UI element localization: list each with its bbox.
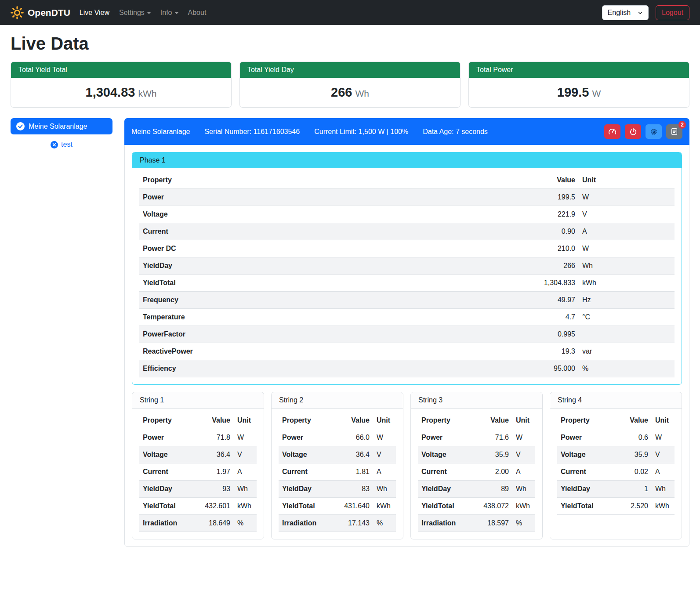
string-table-body: Property Value Unit Power [132,409,264,539]
summary-card-total-yield-day: Total Yield Day 266Wh [239,62,461,108]
column-header-property: Property [139,172,522,189]
value-cell: 221.9 [522,206,579,223]
value-cell: 266 [522,257,579,275]
property-cell: Temperature [139,309,522,326]
unit-cell: var [579,343,675,360]
summary-card-title: Total Yield Day [240,62,460,78]
column-header-value: Value [338,412,373,429]
caret-down-icon [175,12,178,14]
string-title: String 1 [132,392,264,409]
unit-cell: kWh [234,498,257,515]
table-header-row: Property Value Unit [279,412,396,429]
nav-item-settings[interactable]: Settings [114,5,156,20]
table-row: YieldTotal 2.520 kWh [557,498,675,515]
navbar-right: English Logout [602,5,689,20]
event-log-button[interactable]: 2 [666,124,682,139]
phase-card: Phase 1 Property Value Unit [132,152,682,385]
value-cell: 17.143 [338,515,373,532]
inverter-limit: Current Limit: 1,500 W | 100% [314,128,408,136]
summary-card-body: 266Wh [240,78,460,107]
table-header-row: Property Value Unit [557,412,675,429]
column-header-unit: Unit [579,172,675,189]
value-cell: 1 [617,481,652,498]
nav-item-about[interactable]: About [183,5,211,20]
language-select-value: English [608,9,631,17]
property-cell: YieldTotal [418,498,477,515]
column-header-unit: Unit [373,412,396,429]
value-cell: 83 [338,481,373,498]
table-row: YieldDay 266 Wh [139,257,675,275]
unit-cell: A [234,463,257,481]
table-header-row: Property Value Unit [139,172,675,189]
table-row: Power 71.8 W [139,429,257,446]
unit-cell: W [234,429,257,446]
unit-cell: A [652,463,675,481]
value-cell: 438.072 [477,498,512,515]
table-row: YieldDay 1 Wh [557,481,675,498]
table-row: Voltage 35.9 V [418,446,535,463]
column-header-property: Property [139,412,199,429]
value-cell: 1.81 [338,463,373,481]
device-info-button[interactable] [646,124,662,139]
string-card-4: String 4 Property Value Unit [550,392,682,539]
summary-card-total-yield-total: Total Yield Total 1,304.83kWh [11,62,232,108]
nav-item-live-view[interactable]: Live View [75,5,114,20]
property-cell: Power [279,429,338,446]
string-table: Property Value Unit Power [557,412,675,515]
logout-button[interactable]: Logout [656,5,689,20]
column-header-unit: Unit [234,412,257,429]
table-row: Voltage 35.9 V [557,446,675,463]
page-title: Live Data [11,34,689,54]
inverter-panel-header: Meine Solaranlage Serial Number: 1161716… [124,118,689,145]
table-row: Power 199.5 W [139,189,675,206]
property-cell: YieldDay [139,481,199,498]
table-row: Current 1.81 A [279,463,396,481]
value-cell: 71.6 [477,429,512,446]
value-cell: 49.97 [522,292,579,309]
string-card-2: String 2 Property Value Unit [271,392,403,539]
inverter-item-test[interactable]: test [11,141,112,148]
property-cell: Irradiation [279,515,338,532]
unit-cell: A [512,463,535,481]
inverter-select-button[interactable]: Meine Solaranlage [11,118,112,134]
unit-cell: Wh [373,481,396,498]
value-cell: 432.601 [199,498,234,515]
string-title: String 2 [272,392,403,409]
value-cell: 210.0 [522,240,579,257]
brand[interactable]: OpenDTU [11,6,70,19]
caret-down-icon [147,12,151,14]
value-cell: 93 [199,481,234,498]
string-table: Property Value Unit Power [418,412,535,532]
value-cell: 89 [477,481,512,498]
summary-cards-row: Total Yield Total 1,304.83kWh Total Yiel… [11,62,689,108]
summary-card-total-power: Total Power 199.5W [468,62,689,108]
table-row: Efficiency 95.000 % [139,360,675,377]
column-header-value: Value [477,412,512,429]
string-table-body: Property Value Unit Power [272,409,403,539]
string-card-3: String 3 Property Value Unit [410,392,543,539]
summary-unit: kWh [138,88,156,98]
unit-cell: V [234,446,257,463]
property-cell: Voltage [418,446,477,463]
journal-icon [671,128,678,135]
string-card-1: String 1 Property Value Unit [132,392,264,539]
property-cell: Power [557,429,617,446]
unit-cell: W [579,240,675,257]
nav-item-info[interactable]: Info [156,5,183,20]
language-select[interactable]: English [602,5,649,20]
column-header-value: Value [199,412,234,429]
column-header-property: Property [279,412,338,429]
column-header-value: Value [617,412,652,429]
inverter-panel: Meine Solaranlage Serial Number: 1161716… [124,118,689,547]
unit-cell: Hz [579,292,675,309]
table-row: Current 0.90 A [139,223,675,240]
table-row: Current 0.02 A [557,463,675,481]
table-header-row: Property Value Unit [418,412,535,429]
top-navbar: OpenDTU Live View Settings Info About En… [0,0,700,25]
table-header-row: Property Value Unit [139,412,257,429]
value-cell: 66.0 [338,429,373,446]
limit-settings-button[interactable] [604,124,620,139]
power-control-button[interactable] [625,124,641,139]
table-row: ReactivePower 19.3 var [139,343,675,360]
inverter-sidebar: Meine Solaranlage test [11,118,112,148]
